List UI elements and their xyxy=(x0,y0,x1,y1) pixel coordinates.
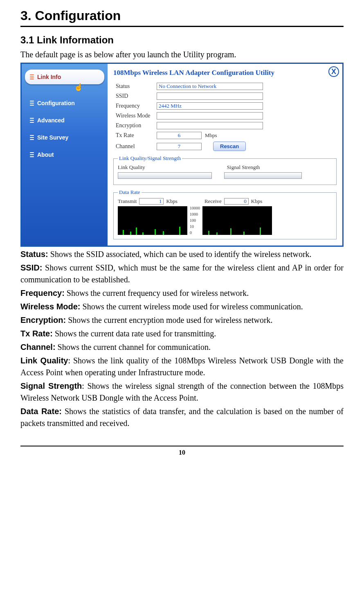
label-signal-strength: Signal Strength xyxy=(227,164,260,171)
field-receive: 0 xyxy=(224,198,249,205)
field-transmit: 1 xyxy=(139,198,164,205)
definition-term: SSID: xyxy=(20,263,42,272)
legend-data-rate: Data Rate xyxy=(118,189,142,196)
definition-item: Channel: Shows the current channel for c… xyxy=(20,341,344,353)
group-data-rate: Data Rate Transmit 1 Kbps Receive 0 Kbps xyxy=(113,189,337,239)
graph-scale: 10000 1000 100 10 0 xyxy=(190,206,200,235)
definition-term: Status: xyxy=(20,250,48,259)
label-link-quality: Link Quality xyxy=(118,164,145,171)
definition-item: Link Quality: Shows the link quality of … xyxy=(20,355,344,379)
label-receive: Receive xyxy=(204,198,222,205)
bars-icon xyxy=(30,74,34,79)
heading-link-info: 3.1 Link Information xyxy=(20,34,344,46)
definition-term: Data Rate: xyxy=(20,407,62,416)
bars-icon xyxy=(30,101,34,106)
legend-link-quality: Link Quality/Signal Strength xyxy=(118,155,182,162)
definition-term: Channel: xyxy=(20,343,56,352)
tab-link-info[interactable]: Link Info xyxy=(25,70,104,84)
definition-item: Wireless Mode: Shows the current wireles… xyxy=(20,301,344,313)
definition-item: Signal Strength: Shows the wireless sign… xyxy=(20,380,344,404)
tab-advanced[interactable]: Advanced xyxy=(25,113,104,128)
unit-mbps: Mbps xyxy=(205,132,217,139)
button-rescan[interactable]: Rescan xyxy=(213,142,246,151)
label-channel: Channel xyxy=(116,143,157,150)
definition-item: Frequency: Shows the current frequency u… xyxy=(20,287,344,299)
tab-label: Advanced xyxy=(37,117,65,124)
unit-kbps: Kbps xyxy=(166,198,177,205)
field-ssid xyxy=(157,92,263,100)
window-title: 108Mbps Wireless LAN Adapter Configurati… xyxy=(113,69,338,77)
label-tx-rate: Tx Rate xyxy=(116,132,157,139)
field-tx-rate: 6 xyxy=(157,132,202,139)
unit-kbps: Kbps xyxy=(251,198,262,205)
label-frequency: Frequency xyxy=(116,103,157,109)
definition-item: Tx Rate: Shows the current data rate use… xyxy=(20,328,344,340)
group-link-quality: Link Quality/Signal Strength Link Qualit… xyxy=(113,155,337,185)
field-channel: 7 xyxy=(157,143,202,150)
graph-receive xyxy=(202,206,272,235)
close-icon[interactable]: X xyxy=(328,66,339,77)
definition-term: Wireless Mode: xyxy=(20,302,81,311)
tab-label: About xyxy=(37,151,54,158)
utility-window: Link Info ☝ Configuration Advanced Site … xyxy=(20,63,344,247)
definition-term: Encryption: xyxy=(20,316,66,325)
bars-icon xyxy=(30,152,34,157)
definition-item: Status: Shows the SSID associated, which… xyxy=(20,248,344,260)
definition-item: SSID: Shows current SSID, which must be … xyxy=(20,262,344,286)
label-wireless-mode: Wireless Mode xyxy=(116,113,157,119)
heading-configuration: 3. Configuration xyxy=(20,8,344,23)
page-number: 10 xyxy=(20,446,344,456)
status-form: Status No Connection to Network SSID Fre… xyxy=(112,83,338,151)
definition-term: Tx Rate: xyxy=(20,329,53,338)
intro-text: The default page is as below after you l… xyxy=(20,50,344,59)
label-status: Status xyxy=(116,83,157,90)
sidebar: Link Info ☝ Configuration Advanced Site … xyxy=(22,64,108,246)
field-status: No Connection to Network xyxy=(157,83,263,90)
label-encryption: Encryption xyxy=(116,122,157,129)
field-encryption xyxy=(157,122,263,129)
tab-label: Link Info xyxy=(37,74,61,80)
definition-term: Signal Strength xyxy=(20,381,82,390)
label-ssid: SSID xyxy=(116,93,157,99)
field-frequency: 2442 MHz xyxy=(157,102,263,110)
tab-site-survey[interactable]: Site Survey xyxy=(25,130,104,145)
label-transmit: Transmit xyxy=(118,198,137,205)
graph-transmit xyxy=(118,206,187,235)
bars-icon xyxy=(30,118,34,123)
definition-item: Encryption: Shows the current encryption… xyxy=(20,314,344,326)
field-wireless-mode xyxy=(157,112,263,119)
tab-label: Configuration xyxy=(37,100,75,106)
tab-configuration[interactable]: Configuration xyxy=(25,96,104,110)
bars-icon xyxy=(30,135,34,140)
bar-signal-strength xyxy=(224,172,302,179)
definition-item: Data Rate: Shows the statistics of data … xyxy=(20,406,344,429)
title-rule xyxy=(20,26,344,27)
tab-label: Site Survey xyxy=(37,134,68,141)
content-panel: X 108Mbps Wireless LAN Adapter Configura… xyxy=(108,64,342,246)
tab-about[interactable]: About xyxy=(25,147,104,162)
definition-term: Link Quality xyxy=(20,356,68,365)
bar-link-quality xyxy=(118,172,212,179)
definition-term: Frequency: xyxy=(20,288,65,297)
definitions: Status: Shows the SSID associated, which… xyxy=(20,248,344,429)
